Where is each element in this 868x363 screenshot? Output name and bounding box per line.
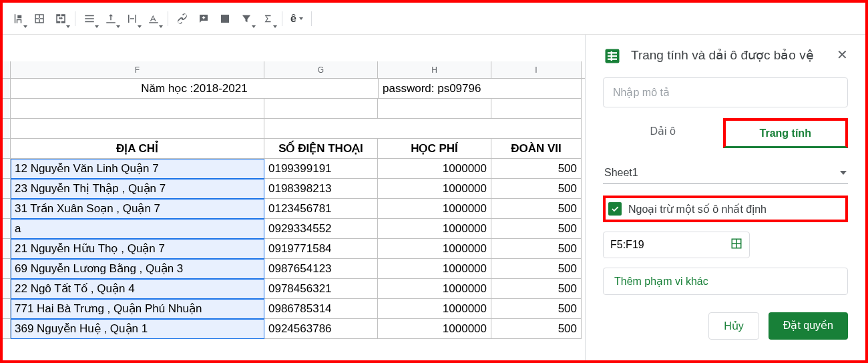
add-another-range-button[interactable]: Thêm phạm vi khác <box>603 268 848 295</box>
tab-sheet[interactable]: Trang tính <box>723 118 849 148</box>
table-row: 69 Nguyễn Lương Bằng , Quận 309876541231… <box>3 259 585 279</box>
header-fee[interactable]: HỌC PHÍ <box>378 139 491 159</box>
checkbox-checked-icon[interactable] <box>608 202 622 216</box>
table-row: a09293345521000000500 <box>3 219 585 239</box>
protect-sheet-panel: Trang tính và dải ô được bảo vệ ✕ Nhập m… <box>585 35 865 360</box>
table-row: 771 Hai Bà Trưng , Quận Phú Nhuận0986785… <box>3 299 585 319</box>
chevron-down-icon <box>840 171 847 175</box>
close-icon[interactable]: ✕ <box>837 47 848 63</box>
header-phone[interactable]: SỐ ĐIỆN THOẠI <box>264 139 378 159</box>
spreadsheet-grid[interactable]: F G H I Năm học :2018-2021 password: ps0… <box>3 35 585 360</box>
horizontal-align-icon[interactable] <box>79 9 99 29</box>
except-cells-label: Ngoại trừ một số ô nhất định <box>628 203 767 216</box>
set-permissions-button[interactable]: Đặt quyền <box>769 312 848 340</box>
description-input[interactable]: Nhập mô tả <box>603 77 848 107</box>
table-row: 12 Nguyễn Văn Linh Quận 7019939919110000… <box>3 159 585 179</box>
toolbar: ê <box>3 3 865 35</box>
cancel-button[interactable]: Hủy <box>708 312 759 340</box>
borders-icon[interactable] <box>29 9 49 29</box>
paint-format-icon[interactable] <box>8 9 28 29</box>
table-row: 369 Nguyễn Huệ , Quận 109245637861000000… <box>3 319 585 339</box>
col-header-g[interactable]: G <box>264 61 378 78</box>
insert-comment-icon[interactable] <box>194 9 214 29</box>
input-tools-button[interactable]: ê <box>286 9 307 29</box>
col-header-f[interactable]: F <box>11 61 264 78</box>
except-cells-checkbox-row[interactable]: Ngoại trừ một số ô nhất định <box>603 196 848 222</box>
cell-password-merged[interactable]: password: ps09796 <box>378 79 582 99</box>
header-address[interactable]: ĐỊA CHỈ <box>11 139 264 159</box>
filter-icon[interactable] <box>236 9 256 29</box>
select-range-icon[interactable] <box>730 238 742 252</box>
vertical-align-icon[interactable] <box>101 9 121 29</box>
text-rotation-icon[interactable] <box>144 9 164 29</box>
insert-link-icon[interactable] <box>172 9 192 29</box>
functions-icon[interactable] <box>258 9 278 29</box>
table-row: 31 Trần Xuân Soạn , Quận 701234567811000… <box>3 199 585 219</box>
tab-range[interactable]: Dải ô <box>603 118 723 148</box>
header-doanvien[interactable]: ĐOÀN VII <box>491 139 582 159</box>
sheets-icon <box>603 47 622 65</box>
table-row: 21 Nguyễn Hữu Thọ , Quận 709197715841000… <box>3 239 585 259</box>
svg-rect-4 <box>611 51 612 61</box>
sheet-select[interactable]: Sheet1 <box>603 163 848 184</box>
range-input[interactable]: F5:F19 <box>603 232 750 258</box>
col-header-h[interactable]: H <box>378 61 491 78</box>
insert-chart-icon[interactable] <box>215 9 235 29</box>
merge-cells-icon[interactable] <box>51 9 71 29</box>
cell-year-merged[interactable]: Năm học :2018-2021 <box>11 79 378 99</box>
col-header-i[interactable]: I <box>491 61 582 78</box>
panel-title: Trang tính và dải ô được bảo vệ <box>631 47 827 64</box>
table-row: 22 Ngô Tất Tố , Quận 4097845632110000005… <box>3 279 585 299</box>
table-row: 23 Nguyễn Thị Thập , Quận 70198398213100… <box>3 179 585 199</box>
text-wrap-icon[interactable] <box>122 9 142 29</box>
